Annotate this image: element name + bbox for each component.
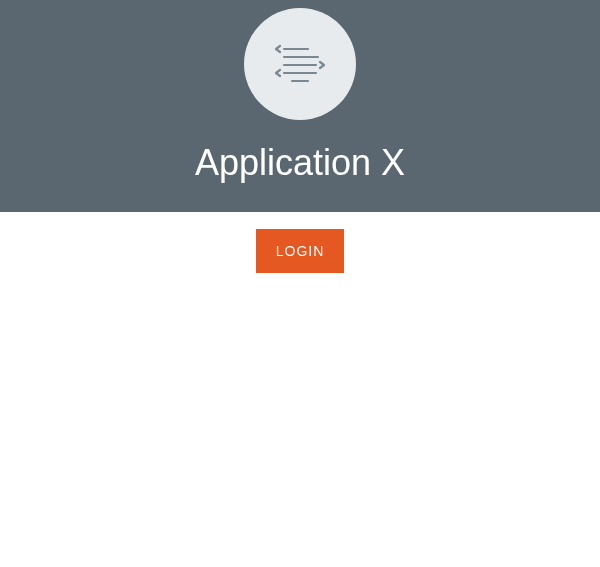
app-title: Application X: [195, 142, 405, 184]
app-logo: [244, 8, 356, 120]
app-header: Application X: [0, 0, 600, 212]
login-button[interactable]: LOGIN: [256, 229, 345, 273]
content-area: LOGIN: [0, 212, 600, 273]
code-lines-icon: [274, 39, 326, 89]
